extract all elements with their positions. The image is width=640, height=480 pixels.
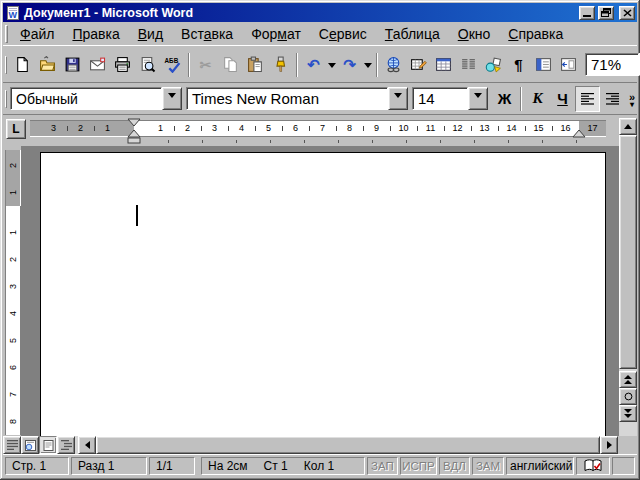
align-right-button[interactable]	[600, 86, 625, 112]
ruler-number: 2	[8, 246, 18, 273]
title-bar[interactable]: W Документ1 - Microsoft Word	[3, 3, 637, 22]
tab-selector-button[interactable]: L	[6, 119, 26, 139]
undo-button[interactable]: ↶	[301, 52, 326, 78]
scroll-left-button[interactable]	[78, 436, 96, 454]
undo-dropdown[interactable]	[326, 52, 337, 78]
menu-file[interactable]: Файл	[11, 24, 63, 44]
status-spacer	[612, 457, 635, 475]
font-size-combo[interactable]: 14	[412, 87, 488, 110]
cut-button[interactable]: ✂	[193, 52, 218, 78]
menu-edit[interactable]: Правка	[63, 24, 128, 44]
next-page-button[interactable]	[619, 405, 637, 422]
format-painter-button[interactable]	[268, 52, 293, 78]
menu-bar: Файл Правка Вид Вставка Формат Сервис Та…	[3, 22, 637, 46]
spelling-button[interactable]: АБВ	[160, 52, 185, 78]
document-map-button[interactable]	[531, 52, 556, 78]
menu-tools[interactable]: Сервис	[310, 24, 376, 44]
font-size-value[interactable]: 14	[412, 87, 468, 110]
menu-help[interactable]: Справка	[499, 24, 572, 44]
italic-button[interactable]: К	[525, 86, 550, 112]
align-left-button[interactable]	[575, 86, 600, 112]
font-combo[interactable]: Times New Roman	[186, 87, 408, 110]
status-track-changes[interactable]: ИСПР	[400, 457, 437, 475]
browse-ball-icon	[624, 392, 633, 401]
web-layout-view-button[interactable]	[21, 436, 39, 454]
ruler-left-margin: 321	[30, 120, 134, 137]
copy-button[interactable]	[218, 52, 243, 78]
font-value[interactable]: Times New Roman	[186, 87, 388, 110]
arrow-left-icon	[81, 441, 90, 449]
document-page[interactable]	[40, 152, 606, 436]
standard-toolbar-grip[interactable]	[5, 56, 7, 74]
font-size-dropdown-button[interactable]	[468, 87, 488, 110]
print-button[interactable]	[110, 52, 135, 78]
zoom-combo[interactable]: 71%	[585, 53, 640, 76]
status-spelling-panel[interactable]	[576, 457, 610, 475]
save-floppy-icon	[64, 56, 81, 73]
normal-view-button[interactable]	[3, 436, 21, 454]
scroll-up-button[interactable]	[619, 118, 637, 135]
menu-format[interactable]: Формат	[242, 24, 310, 44]
toolbar-separator	[188, 53, 190, 77]
undo-icon: ↶	[307, 57, 320, 72]
status-extend-selection[interactable]: ВДЛ	[439, 457, 470, 475]
scroll-right-button[interactable]	[600, 436, 618, 454]
style-combo[interactable]: Обычный	[10, 87, 182, 110]
outline-view-button[interactable]	[57, 436, 75, 454]
menu-view[interactable]: Вид	[129, 24, 172, 44]
print-preview-button[interactable]	[135, 52, 160, 78]
close-button[interactable]	[619, 6, 635, 20]
vruler-top-margin: 21	[5, 150, 21, 206]
redo-dropdown[interactable]	[362, 52, 373, 78]
bold-button[interactable]: Ж	[492, 86, 517, 112]
redo-button[interactable]: ↷	[337, 52, 362, 78]
print-layout-view-button[interactable]	[39, 436, 57, 454]
paste-button[interactable]	[243, 52, 268, 78]
save-button[interactable]	[60, 52, 85, 78]
ruler-number: 4	[8, 300, 18, 327]
show-formatting-marks-button[interactable]: ¶	[506, 52, 531, 78]
status-overtype[interactable]: ЗАМ	[472, 457, 504, 475]
horizontal-ruler[interactable]: 321 12345678910111213141516 17	[30, 120, 606, 137]
ruler-number: 16	[552, 121, 579, 136]
menubar-grip[interactable]	[5, 25, 8, 43]
menu-window[interactable]: Окно	[449, 24, 500, 44]
vertical-scroll-thumb[interactable]	[619, 135, 637, 369]
font-dropdown-button[interactable]	[388, 87, 408, 110]
insert-hyperlink-button[interactable]	[381, 52, 406, 78]
default-tab-stops	[134, 140, 580, 143]
underline-button[interactable]: Ч	[550, 86, 575, 112]
text-cursor	[136, 205, 138, 226]
menu-insert[interactable]: Вставка	[172, 24, 242, 44]
style-value[interactable]: Обычный	[10, 87, 162, 110]
zoom-value[interactable]: 71%	[585, 53, 639, 76]
style-dropdown-button[interactable]	[162, 87, 182, 110]
formatting-toolbar-grip[interactable]	[5, 90, 7, 108]
open-button[interactable]	[35, 52, 60, 78]
more-buttons-formatting[interactable]: »▾	[625, 85, 639, 113]
insert-table-button[interactable]	[431, 52, 456, 78]
email-button[interactable]	[85, 52, 110, 78]
menu-table[interactable]: Таблица	[376, 24, 449, 44]
ruler-number: 13	[471, 121, 498, 136]
status-record-macro[interactable]: ЗАП	[367, 457, 398, 475]
status-language[interactable]: английский	[506, 457, 574, 475]
tables-and-borders-button[interactable]	[406, 52, 431, 78]
ruler-number: 1	[147, 121, 174, 136]
restore-button[interactable]	[598, 6, 614, 20]
normal-view-icon	[7, 440, 18, 450]
horizontal-scroll-thumb[interactable]	[96, 436, 600, 454]
new-document-button[interactable]	[10, 52, 35, 78]
drawing-button[interactable]	[481, 52, 506, 78]
fit-page-button[interactable]	[556, 52, 581, 78]
document-workspace	[21, 146, 619, 436]
arrow-right-icon	[607, 441, 616, 449]
columns-button[interactable]	[456, 52, 481, 78]
select-browse-object-button[interactable]	[619, 388, 637, 405]
vertical-ruler[interactable]: 21 12345678	[5, 150, 21, 434]
previous-page-button[interactable]	[619, 371, 637, 388]
print-preview-icon	[139, 56, 156, 73]
restore-icon	[601, 8, 611, 17]
vertical-scrollbar[interactable]	[619, 118, 637, 436]
minimize-button[interactable]	[579, 6, 595, 20]
